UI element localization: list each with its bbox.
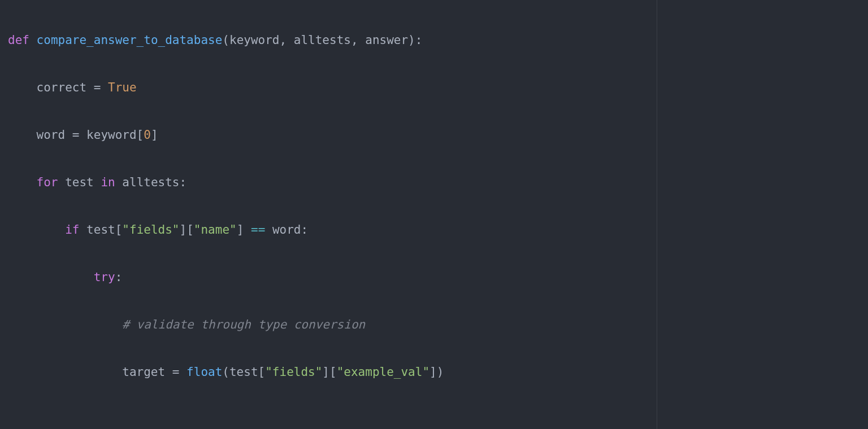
open-bracket: [ [329,365,337,379]
open-bracket: [ [137,128,144,142]
operator: = [165,365,186,379]
param: keyword [229,33,280,47]
operator-eq: == [251,223,265,237]
keyword-for: for [37,176,58,189]
code-line[interactable]: try: [8,265,860,289]
close-bracket: ] [180,223,187,237]
colon: : [115,270,123,284]
identifier: test [86,223,115,237]
identifier: alltests [122,176,179,189]
string: "example_val" [337,365,429,379]
keyword-in: in [101,176,115,189]
code-line[interactable]: for test in alltests: [8,170,860,194]
indent [8,270,94,284]
open-bracket: [ [186,223,194,237]
identifier: correct [37,81,87,94]
param: alltests [294,33,351,47]
identifier: test [65,176,94,189]
close-bracket: ] [429,365,437,379]
string: "fields" [122,223,179,237]
code-line[interactable]: target = float(test["fields"]["example_v… [8,360,860,384]
open-bracket: [ [258,365,266,379]
close-bracket: ] [151,128,158,142]
indent [8,318,122,331]
indent [8,365,122,379]
code-line[interactable]: word = keyword[0] [8,123,860,147]
space [115,176,123,189]
space [265,223,272,237]
code-line[interactable]: # validate through type conversion [8,313,860,336]
builtin-float: float [186,365,222,379]
close-paren: ) [437,365,444,379]
constant-true: True [108,81,137,94]
string: "name" [194,223,237,237]
indent [8,81,37,94]
colon: : [415,33,423,47]
open-paren: ( [222,365,229,379]
indent [8,128,37,142]
close-paren: ) [408,33,415,47]
close-bracket: ] [322,365,329,379]
string: "fields" [265,365,322,379]
keyword-if: if [65,223,79,237]
colon: : [301,223,309,237]
comma: , [280,33,294,47]
comma: , [351,33,365,47]
function-name: compare_answer_to_database [37,33,223,47]
param: answer [365,33,408,47]
code-editor[interactable]: def compare_answer_to_database(keyword, … [0,0,868,429]
identifier: word [272,223,301,237]
keyword-def: def [8,33,29,47]
code-line[interactable]: if test["fields"]["name"] == word: [8,218,860,242]
code-line[interactable]: def compare_answer_to_database(keyword, … [8,28,860,52]
indent [8,223,65,237]
code-line[interactable]: correct = True [8,76,860,99]
colon: : [180,176,187,189]
space [79,223,86,237]
comment: # validate through type conversion [122,318,365,331]
open-bracket: [ [115,223,123,237]
identifier: word [37,128,66,142]
identifier: keyword [86,128,137,142]
space [244,223,251,237]
close-bracket: ] [237,223,244,237]
operator: = [65,128,86,142]
identifier: test [229,365,258,379]
indent [8,176,37,189]
number: 0 [144,128,151,142]
space [58,176,66,189]
space [94,176,101,189]
open-paren: ( [222,33,229,47]
identifier: target [122,365,165,379]
editor-ruler [657,0,657,429]
operator: = [86,81,108,94]
keyword-try: try [94,270,115,284]
